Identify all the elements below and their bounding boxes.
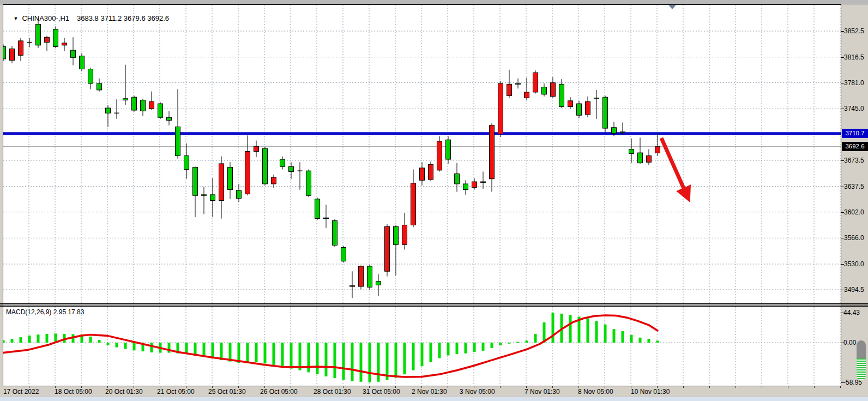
- symbol-header: ▼CHINA300-,H13683.8 3711.2 3679.6 3692.6: [5, 6, 169, 31]
- macd-histogram-bar: [386, 343, 389, 380]
- macd-histogram-bar: [28, 336, 31, 343]
- scrollbar-thumb[interactable]: [857, 340, 866, 380]
- candle-body: [237, 190, 242, 199]
- macd-histogram-bar: [456, 343, 459, 354]
- time-axis-tick: [395, 386, 396, 388]
- candle-body: [219, 164, 224, 201]
- time-axis-tick: [840, 386, 841, 388]
- macd-histogram-bar: [316, 343, 319, 374]
- macd-histogram-bar: [133, 343, 136, 350]
- time-axis-tick: [81, 386, 82, 388]
- price-axis-label: 3781.0: [844, 79, 864, 87]
- macd-axis-label: 0.00: [843, 339, 856, 346]
- time-axis-tick: [709, 386, 710, 388]
- macd-histogram-bar: [334, 343, 336, 378]
- macd-histogram-bar: [20, 337, 22, 343]
- macd-histogram-bar: [325, 343, 328, 376]
- macd-indicator-chart[interactable]: [3, 307, 841, 386]
- candle-body: [367, 266, 372, 287]
- macd-histogram-bar: [526, 340, 528, 343]
- candle-body: [289, 166, 294, 171]
- candle-body: [472, 182, 477, 188]
- price-axis-label: 3637.5: [844, 183, 864, 190]
- macd-histogram-bar: [89, 337, 92, 343]
- candle-body: [612, 128, 617, 134]
- time-axis-tick: [55, 386, 56, 388]
- macd-histogram-bar: [517, 342, 520, 343]
- macd-histogram-bar: [447, 343, 450, 355]
- time-axis-tick: [317, 386, 317, 388]
- candle-body: [490, 125, 495, 179]
- scrollbar-stripes: [857, 358, 866, 380]
- candle-body: [394, 226, 399, 244]
- main-price-chart[interactable]: [3, 5, 841, 303]
- time-axis-tick: [107, 386, 108, 388]
- candle-body: [341, 248, 346, 261]
- macd-histogram-bar: [569, 315, 572, 343]
- time-axis-tick: [160, 386, 160, 388]
- hline-price-tag: 3710.7: [842, 129, 868, 138]
- down-arrow-annotation: [661, 138, 688, 198]
- macd-histogram-bar: [534, 334, 537, 343]
- candle-body: [62, 43, 67, 45]
- time-axis-tick: [238, 386, 239, 388]
- price-axis-tick: [841, 290, 844, 290]
- candle-body: [80, 56, 85, 69]
- candle-body: [149, 101, 154, 109]
- chart-shift-marker-icon[interactable]: [668, 5, 676, 9]
- candle-body: [411, 183, 416, 225]
- candle-body: [603, 97, 608, 128]
- price-axis-label: 3530.0: [844, 260, 864, 268]
- macd-histogram-bar: [595, 321, 598, 343]
- macd-axis-tick: [841, 382, 844, 383]
- candle-body: [167, 117, 172, 120]
- candle-body: [559, 84, 564, 106]
- macd-histogram-bar: [46, 334, 49, 343]
- macd-axis-tick: [841, 313, 844, 313]
- time-axis-label: 31 Oct 05:00: [363, 388, 400, 396]
- macd-indicator-label: MACD(12,26,9) 2.95 17.83: [6, 308, 84, 316]
- macd-histogram-bar: [639, 338, 642, 343]
- time-axis-label: 2 Nov 01:30: [412, 388, 447, 396]
- macd-histogram-bar: [299, 343, 302, 370]
- candle-body: [106, 108, 111, 113]
- macd-histogram-bar: [194, 343, 197, 355]
- macd-histogram-bar: [255, 343, 258, 362]
- candle-body: [455, 173, 460, 184]
- scrollbar-grip: [857, 340, 866, 358]
- price-axis-tick: [841, 57, 844, 58]
- macd-histogram-bar: [98, 340, 101, 343]
- time-axis-tick: [552, 386, 553, 388]
- time-axis-tick: [448, 386, 448, 388]
- time-axis-tick: [421, 386, 422, 388]
- time-axis-label: 20 Oct 01:30: [105, 388, 143, 396]
- time-axis-tick: [29, 386, 29, 388]
- price-axis-tick: [841, 160, 844, 161]
- trading-chart-window: ▼CHINA300-,H13683.8 3711.2 3679.6 3692.6…: [0, 0, 868, 401]
- candle-body: [254, 146, 259, 151]
- candle-body: [97, 83, 102, 90]
- macd-histogram-bar: [377, 343, 380, 382]
- symbol-dropdown-icon[interactable]: ▼: [13, 16, 18, 21]
- candle-body: [158, 104, 163, 117]
- time-axis-label: 25 Oct 01:30: [208, 388, 246, 396]
- macd-histogram-bar: [212, 343, 214, 358]
- panel-divider-line[interactable]: [0, 303, 868, 304]
- candle-body: [210, 195, 215, 201]
- macd-histogram-bar: [246, 343, 249, 363]
- time-axis-label: 7 Nov 01:30: [525, 388, 560, 396]
- macd-histogram-bar: [613, 329, 616, 343]
- macd-histogram-bar: [220, 343, 223, 360]
- price-axis-label: 3673.5: [844, 157, 864, 164]
- price-axis-tick: [841, 109, 844, 109]
- candle-body: [429, 164, 433, 179]
- candle-body: [551, 83, 556, 97]
- macd-axis-label: 44.43: [843, 309, 860, 316]
- macd-histogram-bar: [403, 343, 406, 374]
- time-axis-label: 28 Oct 01:30: [314, 388, 351, 396]
- macd-histogram-bar: [264, 343, 267, 363]
- macd-histogram-bar: [203, 343, 206, 357]
- candle-body: [638, 153, 643, 163]
- time-axis-tick: [291, 386, 291, 388]
- time-axis-tick: [369, 386, 370, 388]
